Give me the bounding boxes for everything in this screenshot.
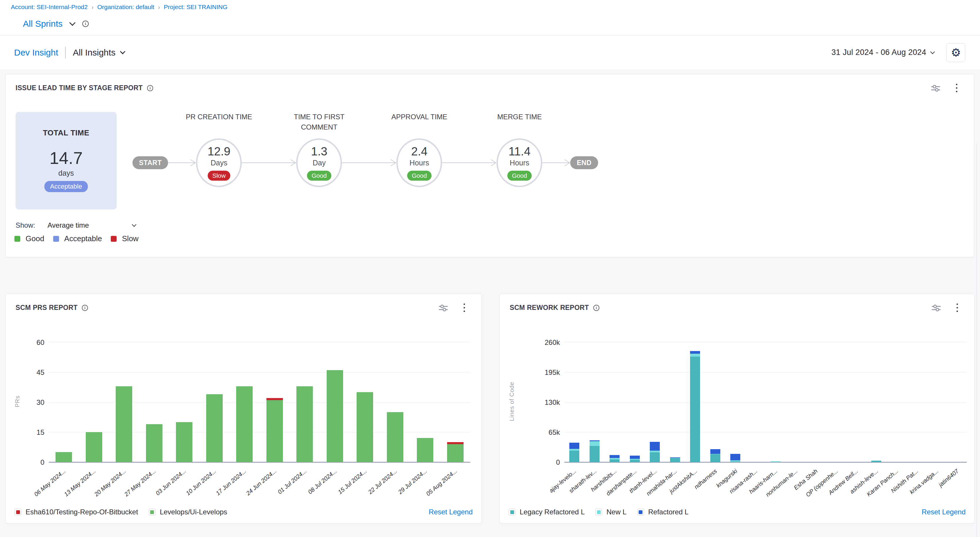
legend-item-repo-bitbucket[interactable]: Esha610/Testing-Repo-Of-Bitbucket [14,508,138,516]
sprint-selector[interactable]: All Sprints [23,19,62,29]
gridline [564,342,967,343]
bar-10 Jun 2024...[interactable] [206,394,223,462]
chevron-down-icon[interactable] [120,49,125,54]
top-header: Account: SEI-Internal-Prod2 › Organizati… [0,0,980,35]
stage-value: 1.3 [311,145,328,158]
stage-pr-creation-time[interactable]: PR CREATION TIME 12.9 Days Slow [196,112,242,187]
stage-badge: Slow [208,171,231,181]
show-metric-select[interactable]: Average time [48,221,136,229]
bar-08 Jul 2024...[interactable] [327,370,343,462]
issue-lead-time-panel: ISSUE LEAD TIME BY STAGE REPORT TOTAL TI… [5,74,974,257]
legend-label: Slow [122,234,138,243]
legend-checkbox[interactable] [149,508,156,516]
stage-title: MERGE TIME [485,112,553,138]
bar-15 Jul 2024...[interactable] [356,392,373,462]
kebab-menu-icon[interactable] [954,83,959,93]
bar-22 Jul 2024...[interactable] [387,412,403,462]
bar-27 May 2024...[interactable] [146,424,162,462]
divider [65,47,66,59]
legend-checkbox[interactable] [14,508,21,516]
y-tick-label: 130k [545,398,560,407]
legend-item-refactored[interactable]: Refactored L [637,508,689,516]
stage-badge: Good [307,171,331,181]
x-axis-labels: ajay-levelo...sharath-lev...harshilbits.… [564,466,967,509]
bar-01 Jul 2024...[interactable] [296,386,313,462]
stage-title: APPROVAL TIME [385,112,453,138]
breadcrumb-separator: › [91,4,94,11]
gridline [564,432,967,432]
stage-approval-time[interactable]: APPROVAL TIME 2.4 Hours Good [396,112,442,187]
breadcrumb-account[interactable]: Account: SEI-Internal-Prod2 [11,3,88,11]
bar-ndharness[interactable] [710,449,720,462]
bar-ashish-leve...[interactable] [871,461,881,462]
chevron-down-icon[interactable] [69,19,75,25]
bar-24 Jun 2024...[interactable] [266,398,283,462]
bar-harshilbits...[interactable] [609,455,620,462]
stage-merge-time[interactable]: MERGE TIME 11.4 Hours Good [496,112,542,187]
total-time-badge: Acceptable [45,181,88,192]
breadcrumb-organization[interactable]: Organization: default [97,3,154,11]
legend-checkbox[interactable] [595,508,602,516]
flow-arrow [442,159,496,167]
bar-05 Aug 2024...[interactable] [447,442,464,462]
info-icon[interactable] [82,21,89,27]
toolbar-right: 31 Jul 2024 - 06 Aug 2024 [831,43,965,62]
x-axis-labels: 06 May 2024...13 May 2024...20 May 2024.… [49,466,470,509]
date-range-value: 31 Jul 2024 - 06 Aug 2024 [831,48,926,57]
sliders-icon[interactable] [931,84,941,92]
y-tick-label: 260k [545,338,560,346]
legend-checkbox[interactable] [509,508,515,516]
y-tick-label: 0 [556,458,560,467]
insight-selector[interactable]: All Insights [73,48,115,57]
y-tick-label: 30 [37,398,45,407]
stage-time-to-first-comment[interactable]: TIME TO FIRST COMMENT 1.3 Day Good [296,112,342,187]
date-range-selector[interactable]: 31 Jul 2024 - 06 Aug 2024 [831,48,934,57]
bar-03 Jun 2024...[interactable] [176,422,192,462]
legend-label: Good [25,234,45,243]
legend-checkbox[interactable] [637,508,644,516]
bar-darshanpate...[interactable] [630,456,640,462]
stage-badge: Good [508,171,532,181]
y-tick-label: 45 [37,369,45,377]
scm-prs-chart: PRs 015304560 06 May 2024...13 May 2024.… [6,294,482,523]
bar-06 May 2024...[interactable] [56,452,72,462]
stage-circle: 12.9 Days Slow [196,138,242,187]
bar-29 Jul 2024...[interactable] [417,438,433,462]
info-icon[interactable] [147,85,153,91]
reset-legend-link[interactable]: Reset Legend [429,508,473,516]
bar-20 May 2024...[interactable] [116,386,132,462]
bar-thanh-level...[interactable] [650,442,660,462]
legend-item-slow: Slow [111,234,138,243]
scrollbar-track[interactable] [977,143,977,537]
legend-item-legacy-refactored[interactable]: Legacy Refactored L [509,508,585,516]
gridline [564,402,967,402]
y-tick-label: 195k [545,369,560,377]
scm-prs-legend: Esha610/Testing-Repo-Of-Bitbucket Levelo… [14,505,473,518]
bar-nmahida-har...[interactable] [670,458,680,462]
bar-knagurski[interactable] [730,454,740,462]
breadcrumb: Account: SEI-Internal-Prod2 › Organizati… [11,3,228,11]
bar-13 May 2024...[interactable] [86,432,102,462]
reset-legend-link[interactable]: Reset Legend [922,508,966,516]
legend-swatch [14,236,20,242]
bar-ajay-levelo...[interactable] [569,443,579,462]
flow-arrow [168,159,196,167]
legend-item-new-lines[interactable]: New L [595,508,626,516]
dev-insight-link[interactable]: Dev Insight [14,48,58,57]
bar-haaris-harn...[interactable] [770,461,781,462]
bar-justAkshitA...[interactable] [690,351,700,462]
y-tick-label: 15 [37,428,45,437]
bar-sharath-lev...[interactable] [590,440,600,462]
panel-title: ISSUE LEAD TIME BY STAGE REPORT [16,84,143,92]
insight-switcher: Dev Insight All Insights [14,47,124,59]
y-tick-label: 65k [549,428,560,437]
settings-button[interactable] [947,43,965,62]
breadcrumb-project[interactable]: Project: SEI TRAINING [164,3,228,11]
bar-17 Jun 2024...[interactable] [236,386,253,462]
scm-prs-panel: SCM PRS REPORT PRs 015304560 [5,294,482,523]
legend-label: Acceptable [64,234,102,243]
legend-item-ui-levelops[interactable]: Levelops/Ui-Levelops [149,508,227,516]
flow-arrow [542,159,570,167]
legend-label: Refactored L [648,508,689,516]
legend-swatch [111,236,117,242]
